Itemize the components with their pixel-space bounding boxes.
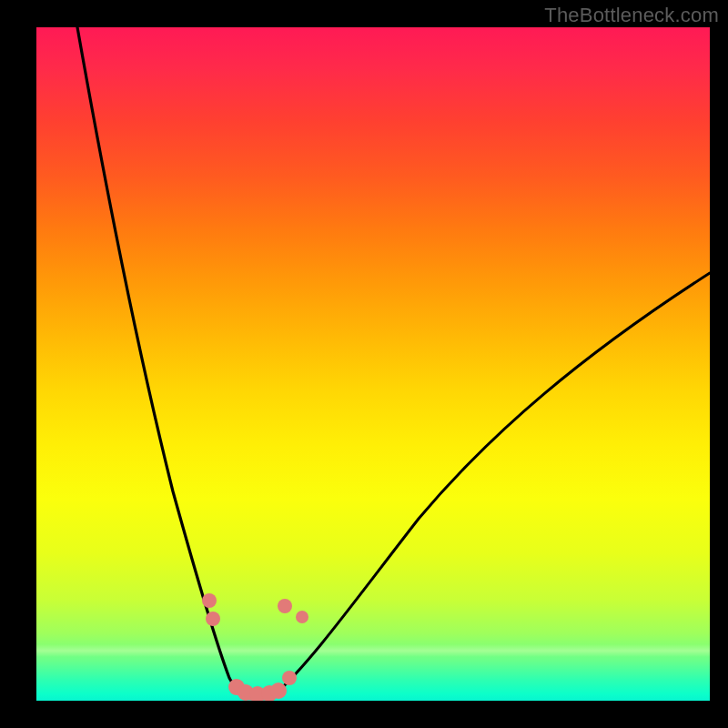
marker-dot — [296, 611, 308, 623]
marker-dot — [270, 682, 287, 699]
curve-left — [77, 27, 250, 695]
chart-frame: TheBottleneck.com — [0, 0, 728, 728]
chart-svg — [36, 27, 710, 701]
plot-area — [36, 27, 710, 701]
watermark-text: TheBottleneck.com — [544, 4, 719, 27]
marker-dot — [206, 612, 220, 626]
marker-dot — [282, 671, 297, 685]
curve-right — [275, 273, 710, 694]
marker-dot — [278, 599, 292, 613]
marker-dot — [202, 593, 217, 608]
